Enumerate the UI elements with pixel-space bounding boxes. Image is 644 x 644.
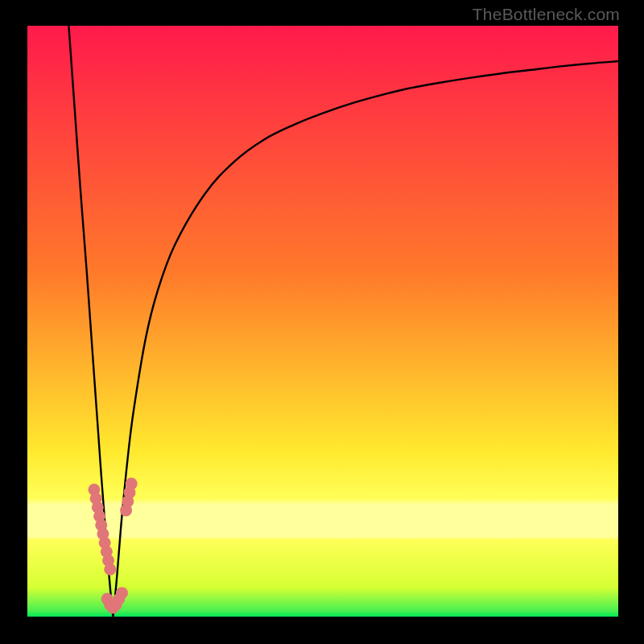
data-marker (104, 564, 116, 576)
watermark-text: TheBottleneck.com (473, 5, 620, 24)
data-marker (126, 477, 138, 489)
plot-area (27, 26, 618, 617)
bottleneck-curve-chart (27, 26, 618, 617)
chart-frame: TheBottleneck.com (0, 0, 644, 644)
data-marker (116, 587, 128, 599)
gradient-background (27, 26, 618, 617)
